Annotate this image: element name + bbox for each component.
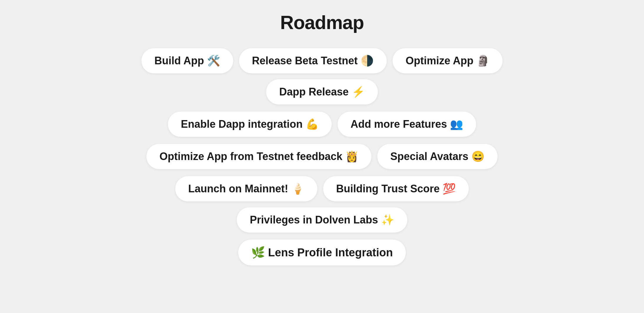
roadmap-row-2: Enable Dapp integration 💪 Add more Featu… xyxy=(116,112,528,137)
roadmap-item-build-app: Build App 🛠️ xyxy=(141,48,233,73)
roadmap-item-trust-score: Building Trust Score 💯 xyxy=(323,176,469,201)
roadmap-item-enable-dapp: Enable Dapp integration 💪 xyxy=(168,112,332,137)
page-container: Roadmap Build App 🛠️ Release Beta Testne… xyxy=(116,12,528,265)
roadmap-item-privileges: Privileges in Dolven Labs ✨ xyxy=(237,207,407,233)
roadmap-item-dapp-release: Dapp Release ⚡ xyxy=(266,79,378,105)
roadmap-item-release-beta: Release Beta Testnet 🌗 xyxy=(239,48,387,73)
roadmap-item-optimize-testnet: Optimize App from Testnet feedback 👸 xyxy=(146,144,371,169)
roadmap-row-3: Optimize App from Testnet feedback 👸 Spe… xyxy=(116,144,528,169)
roadmap-row-1: Build App 🛠️ Release Beta Testnet 🌗 Opti… xyxy=(116,48,528,105)
roadmap-item-lens-profile: 🌿 Lens Profile Integration xyxy=(238,240,406,265)
roadmap-item-launch-mainnet: Launch on Mainnet! 🍦 xyxy=(175,176,317,201)
roadmap-row-5: 🌿 Lens Profile Integration xyxy=(116,240,528,265)
roadmap-grid: Build App 🛠️ Release Beta Testnet 🌗 Opti… xyxy=(116,48,528,265)
roadmap-item-optimize-app: Optimize App 🗿 xyxy=(393,48,503,73)
roadmap-item-special-avatars: Special Avatars 😄 xyxy=(377,144,497,169)
roadmap-item-add-features: Add more Features 👥 xyxy=(338,112,476,137)
roadmap-row-4: Launch on Mainnet! 🍦 Building Trust Scor… xyxy=(116,176,528,233)
page-title: Roadmap xyxy=(116,12,528,33)
